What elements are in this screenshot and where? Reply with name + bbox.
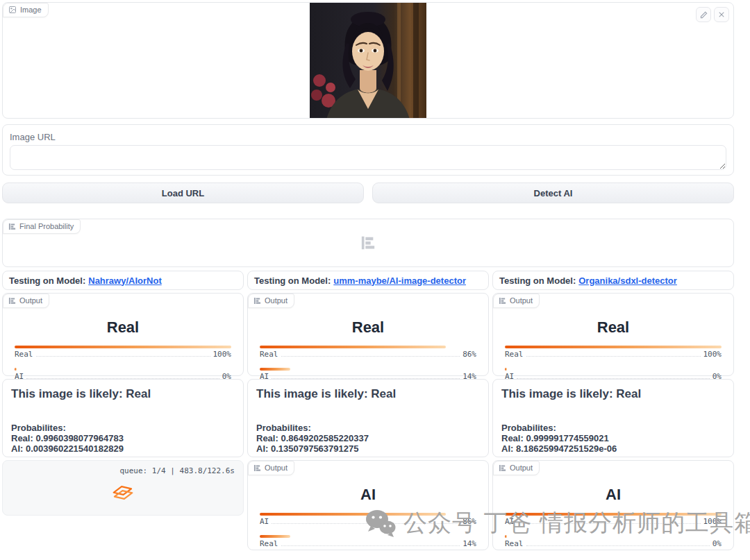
probability-ai: AI: 0.003960221540182829 [11,444,235,455]
model-link-nahrawy-aiornot[interactable]: Nahrawy/AIorNot [88,275,161,286]
empty-label-placeholder-icon [360,235,376,251]
top-prediction-label: Real [15,319,231,337]
confidence-bar [260,513,476,516]
top-prediction-label: Real [505,319,722,337]
probability-ai: AI: 8.186259947251529e-06 [501,444,725,455]
likely-verdict-text: This image is likely: Real [501,387,725,401]
model-link-umm-maybe-ai-image-detector[interactable]: umm-maybe/AI-image-detector [333,275,466,286]
confidence-bar [505,346,722,348]
image-url-input[interactable] [10,145,726,170]
dotted-leader [526,545,710,546]
confidence-bar [505,368,722,371]
label-chart-icon [8,223,16,230]
bar-label: Real [15,350,33,359]
bar-percentage: 100% [703,350,722,359]
final-probability-panel: Final Probability [2,219,734,267]
image-url-label: Image URL [10,132,726,142]
probability-real: Real: 0.9960398077964783 [11,434,235,444]
output-panel-col1: Output Real Real100% AI0% [2,293,244,376]
detect-ai-button[interactable]: Detect AI [372,183,734,203]
bar-percentage: 100% [703,517,722,526]
output-panel-col2: Output Real Real86% AI14% [247,293,489,376]
bar-percentage: 0% [712,539,722,548]
output-label-text: Output [265,464,288,472]
probabilities-title: Probabilites: [256,423,480,434]
output-component-label: Output [248,294,294,308]
probabilities-title: Probabilites: [501,423,725,434]
output-label-text: Output [19,296,42,305]
likely-verdict-text: This image is likely: Real [11,387,235,401]
output-component-label: Output [3,294,49,308]
close-icon [718,11,725,18]
dotted-leader [272,523,460,524]
final-probability-label: Final Probability [3,219,81,234]
top-prediction-label: AI [260,486,476,504]
probabilities-title: Probabilites: [11,423,235,434]
second-output-panel-col3: Output AI AI100% Real0% [492,460,734,550]
dotted-leader [36,356,210,357]
image-toolbar [696,7,729,22]
model-header-2: Testing on Model: umm-maybe/AI-image-det… [247,271,489,290]
probability-ai: AI: 0.1350797563791275 [256,444,480,455]
dotted-leader [281,356,460,357]
testing-on-model-text: Testing on Model: [499,275,576,286]
clear-image-button[interactable] [714,7,729,22]
testing-on-model-text: Testing on Model: [9,275,85,286]
bar-percentage: 86% [462,350,476,359]
bar-label: Real [505,350,524,359]
probability-real: Real: 0.8649202585220337 [256,434,480,444]
model-link-organika-sdxl-detector[interactable]: Organika/sdxl-detector [578,275,677,286]
edit-image-button[interactable] [696,7,711,22]
action-button-row: Load URL Detect AI [2,183,734,203]
model-header-3: Testing on Model: Organika/sdxl-detector [492,271,734,290]
likely-verdict-text: This image is likely: Real [256,387,480,401]
confidence-bar [15,368,231,371]
verdict-panel-col3: This image is likely: Real Probabilites:… [492,379,734,457]
output-component-label: Output [493,461,540,475]
bar-label: Real [260,350,278,359]
load-url-button[interactable]: Load URL [2,183,364,203]
dotted-leader [526,356,701,357]
dotted-leader [517,523,700,524]
confidence-bar [260,346,476,348]
queue-status-text: queue: 1/4 | 483.8/122.6s [11,466,235,475]
label-chart-icon [499,464,506,472]
verdict-panel-col2: This image is likely: Real Probabilites:… [247,379,489,457]
confidence-bar [505,535,722,538]
bar-label: Real [260,539,278,548]
gradio-loading-icon [111,482,135,503]
label-chart-icon [253,464,261,472]
label-chart-icon [253,297,261,305]
output-component-label: Output [493,294,540,308]
testing-on-model-text: Testing on Model: [254,275,331,286]
model-results-grid: Testing on Model: Nahrawy/AIorNot Testin… [2,271,734,550]
output-label-text: Output [510,464,533,472]
output-label-text: Output [510,296,533,305]
bar-percentage: 14% [462,539,476,548]
bar-label: AI [505,517,514,526]
app-page: Image [2,2,734,550]
bar-label: AI [260,517,269,526]
second-output-panel-col2: Output AI AI86% Real14% [247,460,489,550]
bar-percentage: 100% [213,350,232,359]
pencil-icon [700,11,708,19]
confidence-bar [15,346,231,348]
image-icon [8,6,17,14]
model-header-1: Testing on Model: Nahrawy/AIorNot [2,271,244,290]
image-label-text: Image [20,6,42,14]
top-prediction-label: Real [260,319,476,337]
uploaded-portrait-image [310,3,426,119]
verdict-panel-col1: This image is likely: Real Probabilites:… [2,379,244,457]
image-url-panel: Image URL [2,124,734,176]
label-chart-icon [8,297,16,305]
final-probability-label-text: Final Probability [19,222,74,230]
confidence-bar [260,535,476,538]
output-component-label: Output [248,461,294,475]
image-preview-panel: Image [2,2,734,119]
image-component-label: Image [3,3,49,17]
bar-percentage: 86% [462,517,476,526]
confidence-bar [505,513,722,516]
confidence-bar [260,368,476,371]
label-chart-icon [499,297,506,305]
output-panel-col3: Output Real Real100% AI0% [492,293,734,376]
